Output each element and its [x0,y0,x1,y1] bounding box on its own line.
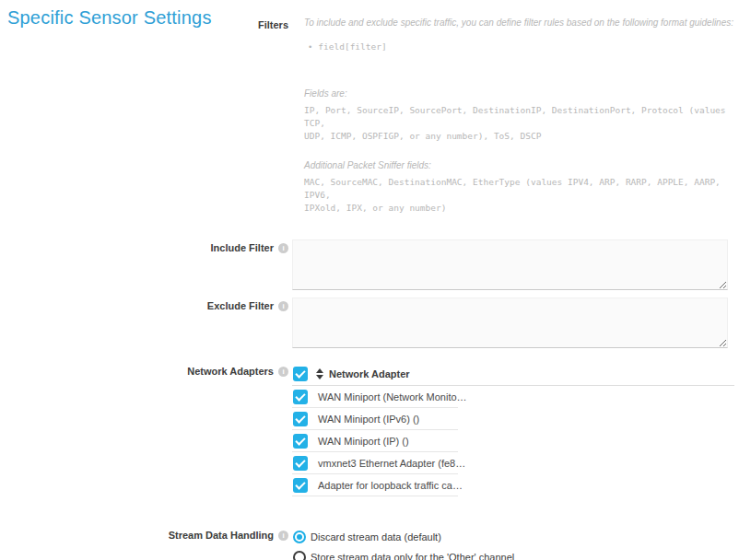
adapter-checkbox[interactable] [293,478,308,493]
adapter-name: WAN Miniport (IP) () [318,436,409,447]
stream-data-handling-row: Stream Data Handling Discard stream data… [0,527,739,560]
filters-label: Filters [258,19,288,30]
adapter-column-header[interactable]: Network Adapter [329,368,410,379]
exclude-filter-row: Exclude Filter [0,298,739,348]
filters-row: Filters To include and exclude specific … [0,17,739,215]
adapter-checkbox[interactable] [293,412,308,426]
network-adapters-row: Network Adapters Network Adapter WAN Min… [0,363,739,496]
sensor-settings-form: Filters To include and exclude specific … [0,0,739,560]
include-filter-label: Include Filter [211,242,274,253]
additional-fields-list: MAC, SourceMAC, DestinationMAC, EtherTyp… [292,176,739,215]
adapter-row: WAN Miniport (IPv6) () [292,408,458,430]
info-icon[interactable] [278,301,288,311]
adapter-table-header: Network Adapter [292,363,734,386]
include-filter-row: Include Filter [0,239,739,290]
adapter-row: WAN Miniport (Network Monito… [292,386,458,408]
adapter-row: vmxnet3 Ethernet Adapter (fe8… [292,452,458,474]
network-adapters-label: Network Adapters [187,366,274,377]
select-all-checkbox[interactable] [293,367,308,381]
info-icon[interactable] [278,531,288,541]
radio-label[interactable]: Store stream data only for the 'Other' c… [311,552,514,560]
radio-label[interactable]: Discard stream data (default) [311,531,441,542]
stream-data-handling-label: Stream Data Handling [169,530,274,541]
additional-fields-note: Additional Packet Sniffer fields: [292,159,739,171]
sort-icon[interactable] [316,368,323,379]
info-icon[interactable] [278,367,288,377]
info-icon[interactable] [278,243,288,253]
exclude-filter-label: Exclude Filter [207,300,274,311]
filters-intro: To include and exclude specific traffic,… [292,17,739,29]
filter-format-code: field[filter] [292,41,739,52]
adapter-row: Adapter for loopback traffic ca… [292,474,458,496]
exclude-filter-textarea[interactable] [292,298,728,348]
adapter-name: Adapter for loopback traffic ca… [318,480,463,491]
adapter-checkbox[interactable] [293,456,308,471]
radio-button[interactable] [293,551,306,560]
adapter-name: vmxnet3 Ethernet Adapter (fe8… [318,458,465,469]
include-filter-textarea[interactable] [292,239,728,290]
adapter-row: WAN Miniport (IP) () [292,430,458,452]
adapter-checkbox[interactable] [293,434,308,449]
fields-are-note: Fields are: [292,88,739,99]
adapter-checkbox[interactable] [293,390,308,404]
adapter-name: WAN Miniport (IPv6) () [318,414,419,425]
radio-store-other-channel[interactable]: Store stream data only for the 'Other' c… [292,547,739,560]
adapter-name: WAN Miniport (Network Monito… [318,391,467,402]
adapter-table: Network Adapter WAN Miniport (Network Mo… [292,363,734,496]
radio-button-selected[interactable] [293,531,306,543]
fields-list: IP, Port, SourceIP, SourcePort, Destinat… [292,104,739,143]
radio-discard-stream[interactable]: Discard stream data (default) [292,527,739,547]
